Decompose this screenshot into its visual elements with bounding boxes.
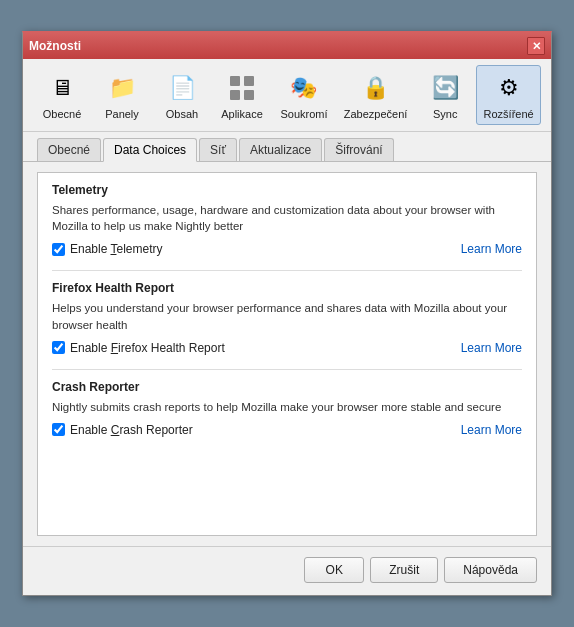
crash-reporter-row: Enable Crash Reporter Learn More <box>52 423 522 441</box>
document-icon: 📄 <box>164 70 200 106</box>
health-report-checkbox-label[interactable]: Enable Firefox Health Report <box>52 341 225 355</box>
telemetry-description: Shares performance, usage, hardware and … <box>52 202 522 234</box>
crash-reporter-learn-more[interactable]: Learn More <box>461 423 522 437</box>
health-report-description: Helps you understand your browser perfor… <box>52 300 522 332</box>
health-report-section: Firefox Health Report Helps you understa… <box>52 281 522 358</box>
telemetry-title: Telemetry <box>52 183 522 197</box>
toolbar-item-panely[interactable]: 📁 Panely <box>93 65 151 125</box>
toolbar-label-zabezpeceni: Zabezpečení <box>344 108 408 120</box>
dialog-window: Možnosti ✕ 🖥 Obecné 📁 Panely 📄 Obsah <box>22 31 552 595</box>
apps-icon <box>224 70 260 106</box>
toolbar-label-obecne: Obecné <box>43 108 82 120</box>
crash-reporter-description: Nightly submits crash reports to help Mo… <box>52 399 522 415</box>
tab-aktualizace[interactable]: Aktualizace <box>239 138 322 161</box>
monitor-icon: 🖥 <box>44 70 80 106</box>
svg-rect-2 <box>230 90 240 100</box>
toolbar-item-rozsirene[interactable]: ⚙ Rozšířené <box>476 65 541 125</box>
toolbar-label-obsah: Obsah <box>166 108 198 120</box>
toolbar-item-sync[interactable]: 🔄 Sync <box>416 65 474 125</box>
health-report-row: Enable Firefox Health Report Learn More <box>52 341 522 359</box>
tabs-bar: Obecné Data Choices Síť Aktualizace Šifr… <box>23 132 551 162</box>
toolbar-item-obsah[interactable]: 📄 Obsah <box>153 65 211 125</box>
privacy-icon: 🎭 <box>286 70 322 106</box>
crash-reporter-checkbox-label[interactable]: Enable Crash Reporter <box>52 423 193 437</box>
telemetry-row: Enable Telemetry Learn More <box>52 242 522 260</box>
gear-icon: ⚙ <box>491 70 527 106</box>
telemetry-checkbox[interactable] <box>52 243 65 256</box>
divider-1 <box>52 270 522 271</box>
telemetry-label-text: Enable Telemetry <box>70 242 163 256</box>
health-report-checkbox[interactable] <box>52 341 65 354</box>
toolbar-label-sync: Sync <box>433 108 457 120</box>
toolbar-item-zabezpeceni[interactable]: 🔒 Zabezpečení <box>337 65 414 125</box>
sections-container: Telemetry Shares performance, usage, har… <box>37 172 537 535</box>
telemetry-section: Telemetry Shares performance, usage, har… <box>52 183 522 260</box>
telemetry-learn-more[interactable]: Learn More <box>461 242 522 256</box>
help-button[interactable]: Nápověda <box>444 557 537 583</box>
lock-icon: 🔒 <box>358 70 394 106</box>
toolbar-item-soukromi[interactable]: 🎭 Soukromí <box>273 65 335 125</box>
svg-rect-1 <box>244 76 254 86</box>
toolbar-label-soukromi: Soukromí <box>280 108 327 120</box>
toolbar-label-panely: Panely <box>105 108 139 120</box>
crash-reporter-section: Crash Reporter Nightly submits crash rep… <box>52 380 522 441</box>
bottom-bar: OK Zrušit Nápověda <box>23 546 551 595</box>
crash-reporter-label-text: Enable Crash Reporter <box>70 423 193 437</box>
toolbar-item-obecne[interactable]: 🖥 Obecné <box>33 65 91 125</box>
health-report-label-text: Enable Firefox Health Report <box>70 341 225 355</box>
cancel-button[interactable]: Zrušit <box>370 557 438 583</box>
crash-reporter-checkbox[interactable] <box>52 423 65 436</box>
folder-icon: 📁 <box>104 70 140 106</box>
spacer <box>52 441 522 521</box>
tab-sifrovani[interactable]: Šifrování <box>324 138 393 161</box>
toolbar-label-rozsirene: Rozšířené <box>484 108 534 120</box>
telemetry-checkbox-label[interactable]: Enable Telemetry <box>52 242 163 256</box>
titlebar: Možnosti ✕ <box>23 33 551 59</box>
health-report-learn-more[interactable]: Learn More <box>461 341 522 355</box>
tab-obecne[interactable]: Obecné <box>37 138 101 161</box>
tab-content: Telemetry Shares performance, usage, har… <box>23 162 551 545</box>
tab-data-choices[interactable]: Data Choices <box>103 138 197 162</box>
window-title: Možnosti <box>29 39 81 53</box>
close-button[interactable]: ✕ <box>527 37 545 55</box>
sync-icon: 🔄 <box>427 70 463 106</box>
health-report-title: Firefox Health Report <box>52 281 522 295</box>
divider-2 <box>52 369 522 370</box>
crash-reporter-title: Crash Reporter <box>52 380 522 394</box>
tab-sit[interactable]: Síť <box>199 138 237 161</box>
ok-button[interactable]: OK <box>304 557 364 583</box>
toolbar-label-aplikace: Aplikace <box>221 108 263 120</box>
svg-rect-0 <box>230 76 240 86</box>
toolbar-item-aplikace[interactable]: Aplikace <box>213 65 271 125</box>
toolbar: 🖥 Obecné 📁 Panely 📄 Obsah Aplikace 🎭 <box>23 59 551 132</box>
svg-rect-3 <box>244 90 254 100</box>
